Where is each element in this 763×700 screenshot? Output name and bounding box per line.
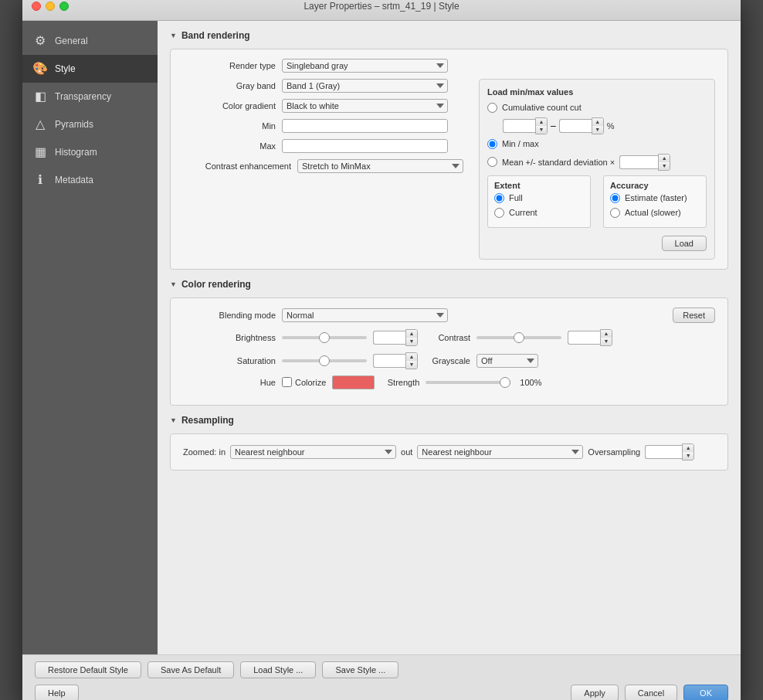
render-type-select[interactable]: Singleband gray Multiband color Paletted…: [282, 59, 448, 73]
brightness-label: Brightness: [183, 333, 276, 342]
gray-band-select[interactable]: Band 1 (Gray): [282, 79, 448, 93]
blending-mode-label: Blending mode: [183, 311, 276, 320]
cumulative-min-spinbox: 2.0 ▲ ▼: [503, 117, 548, 134]
resampling-header: ▼ Resampling: [170, 415, 728, 426]
brightness-input[interactable]: 0: [373, 331, 405, 345]
brightness-down[interactable]: ▼: [406, 338, 417, 345]
sidebar-item-style[interactable]: 🎨 Style: [22, 55, 158, 83]
zoomed-in-select[interactable]: Nearest neighbour Bilinear Cubic: [230, 445, 396, 459]
window-title: Layer Properties – srtm_41_19 | Style: [304, 1, 459, 12]
resampling-section: ▼ Resampling Zoomed: in Nearest neighbou…: [170, 415, 728, 471]
saturation-down[interactable]: ▼: [406, 361, 417, 369]
brightness-slider[interactable]: [282, 336, 367, 339]
saturation-input[interactable]: 0: [373, 354, 405, 368]
sidebar-item-metadata[interactable]: ℹ Metadata: [22, 166, 158, 194]
actual-label: Actual (slower): [625, 208, 681, 217]
saturation-up[interactable]: ▲: [406, 353, 417, 361]
resampling-title: Resampling: [181, 415, 234, 426]
oversampling-input[interactable]: 2.00: [645, 445, 682, 459]
saturation-slider[interactable]: [282, 359, 367, 362]
strength-slider[interactable]: [426, 381, 510, 384]
grayscale-select[interactable]: Off By luminosity By lightness By averag…: [476, 354, 538, 368]
minmax-radio[interactable]: [487, 139, 497, 149]
estimate-radio-row: Estimate (faster): [610, 193, 700, 203]
sidebar-item-transparency[interactable]: ◧ Transparency: [22, 83, 158, 110]
actual-radio[interactable]: [610, 208, 620, 218]
hue-swatch[interactable]: [332, 375, 375, 389]
oversampling-up[interactable]: ▲: [683, 444, 693, 452]
estimate-label: Estimate (faster): [625, 193, 687, 202]
color-rendering-title: Color rendering: [181, 279, 251, 290]
contrast-input[interactable]: 0: [568, 331, 600, 345]
blending-mode-select[interactable]: Normal Lighten Screen Dodge Addition Dar…: [282, 308, 448, 322]
reset-button[interactable]: Reset: [673, 308, 715, 323]
saturation-slider-container: [282, 359, 367, 362]
band-rendering-body: Render type Singleband gray Multiband co…: [170, 49, 728, 270]
current-radio[interactable]: [494, 208, 504, 218]
actual-radio-row: Actual (slower): [610, 208, 700, 218]
cancel-button[interactable]: Cancel: [625, 685, 677, 701]
load-minmax-title: Load min/max values: [487, 87, 707, 97]
cumulative-min-up[interactable]: ▲: [536, 118, 547, 126]
contrast-up[interactable]: ▲: [601, 330, 612, 338]
save-as-default-button[interactable]: Save As Default: [148, 661, 234, 678]
pyramids-icon: △: [32, 116, 49, 133]
load-minmax-panel: Load min/max values Cumulative count cut: [479, 79, 715, 260]
restore-default-button[interactable]: Restore Default Style: [35, 661, 141, 678]
mean-up[interactable]: ▲: [659, 155, 670, 162]
cumulative-max-down[interactable]: ▼: [592, 126, 603, 134]
cumulative-radio[interactable]: [487, 103, 497, 113]
mean-radio-label: Mean +/- standard deviation ×: [502, 158, 615, 167]
min-input[interactable]: 0: [282, 119, 448, 133]
mean-down[interactable]: ▼: [659, 162, 670, 170]
contrast-slider[interactable]: [476, 336, 561, 339]
cumulative-max-up[interactable]: ▲: [592, 118, 603, 126]
full-radio[interactable]: [494, 193, 504, 203]
cumulative-min-input[interactable]: 2.0: [503, 119, 535, 133]
sidebar-item-general[interactable]: ⚙ General: [22, 27, 158, 55]
zoomed-out-select[interactable]: Nearest neighbour Bilinear Cubic: [417, 445, 583, 459]
colorize-checkbox[interactable]: [282, 377, 292, 387]
traffic-lights: [32, 2, 69, 11]
estimate-radio[interactable]: [610, 193, 620, 203]
content-area: ▼ Band rendering Render type Singleband …: [158, 21, 741, 654]
sidebar-item-histogram[interactable]: ▦ Histogram: [22, 138, 158, 166]
cumulative-min-down[interactable]: ▼: [536, 126, 547, 134]
color-gradient-select[interactable]: Black to white White to black: [282, 99, 448, 113]
load-style-button[interactable]: Load Style ...: [240, 661, 316, 678]
contrast-down[interactable]: ▼: [601, 338, 612, 345]
contrast-label: Contrast enhancement: [183, 161, 291, 171]
mean-radio[interactable]: [487, 157, 497, 167]
blending-mode-row: Blending mode Normal Lighten Screen Dodg…: [183, 308, 715, 323]
maximize-icon[interactable]: [59, 2, 69, 11]
brightness-up[interactable]: ▲: [406, 330, 417, 338]
dash-separator: –: [551, 121, 556, 131]
apply-button[interactable]: Apply: [571, 685, 619, 701]
strength-slider-container: [426, 381, 510, 384]
save-style-button[interactable]: Save Style ...: [322, 661, 398, 678]
close-icon[interactable]: [32, 2, 41, 11]
mean-value-input[interactable]: 1.00: [619, 155, 658, 169]
color-gradient-row: Color gradient Black to white White to b…: [183, 99, 463, 113]
extent-title: Extent: [494, 181, 584, 190]
zoomed-out-label: out: [401, 447, 412, 457]
contrast-label2: Contrast: [424, 333, 470, 342]
bottom-bar: Restore Default Style Save As Default Lo…: [22, 654, 741, 701]
sidebar-label-histogram: Histogram: [55, 147, 97, 158]
oversampling-down[interactable]: ▼: [683, 452, 693, 460]
contrast-slider-container: [476, 336, 561, 339]
cumulative-max-input[interactable]: 98.0: [559, 119, 592, 133]
load-button[interactable]: Load: [662, 236, 707, 251]
max-input[interactable]: 1699: [282, 139, 448, 153]
triangle-icon3: ▼: [170, 416, 177, 424]
help-button[interactable]: Help: [35, 685, 79, 701]
style-buttons: Restore Default Style Save As Default Lo…: [35, 661, 728, 678]
minimize-icon[interactable]: [46, 2, 55, 11]
sidebar-item-pyramids[interactable]: △ Pyramids: [22, 110, 158, 138]
contrast-spinbox: 0 ▲ ▼: [568, 329, 612, 346]
contrast-select[interactable]: Stretch to MinMax Stretch and clip to Mi…: [297, 159, 463, 173]
ok-button[interactable]: OK: [683, 685, 728, 701]
gray-band-label: Gray band: [183, 81, 276, 90]
oversampling-label: Oversampling: [588, 447, 640, 457]
color-rendering-body: Blending mode Normal Lighten Screen Dodg…: [170, 297, 728, 406]
